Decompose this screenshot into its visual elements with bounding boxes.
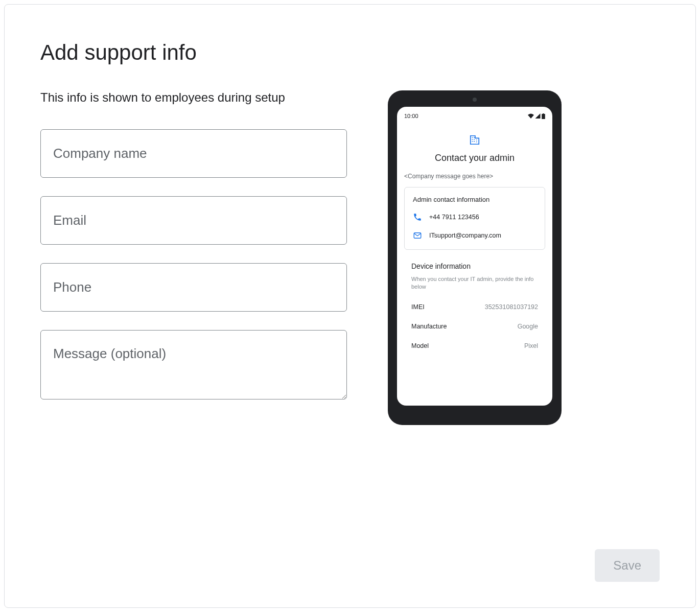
- signal-icon: [535, 113, 541, 119]
- page-subtitle: This info is shown to employees during s…: [40, 90, 347, 105]
- phone-camera-icon: [473, 98, 477, 102]
- phone-input[interactable]: [40, 263, 347, 312]
- battery-icon: [542, 113, 545, 119]
- mail-icon: [413, 231, 422, 240]
- device-row: IMEI 352531081037192: [404, 303, 545, 311]
- device-label: Model: [411, 342, 429, 349]
- preview-message-placeholder: <Company message goes here>: [404, 173, 545, 180]
- wifi-icon: [528, 113, 534, 119]
- device-info-subtitle: When you contact your IT admin, provide …: [404, 275, 545, 291]
- svg-rect-1: [543, 113, 544, 114]
- status-bar: 10:00: [404, 113, 545, 119]
- contact-row-phone: +44 7911 123456: [413, 213, 536, 222]
- device-row: Model Pixel: [404, 342, 545, 349]
- content-row: This info is shown to employees during s…: [40, 90, 660, 425]
- device-info-title: Device information: [404, 262, 545, 270]
- device-value: 352531081037192: [485, 303, 538, 311]
- building-icon: [404, 134, 545, 146]
- contact-row-email: ITsupport@company.com: [413, 231, 536, 240]
- phone-screen: 10:00: [397, 107, 552, 406]
- preview-column: 10:00: [388, 90, 562, 425]
- device-row: Manufacture Google: [404, 323, 545, 330]
- device-label: IMEI: [411, 303, 425, 311]
- contact-email-value: ITsupport@company.com: [429, 232, 501, 239]
- admin-contact-box: Admin contact information +44 7911 12345…: [404, 187, 545, 250]
- phone-frame: 10:00: [388, 90, 562, 425]
- page-title: Add support info: [40, 40, 660, 65]
- status-icons-group: [528, 113, 545, 119]
- status-time: 10:00: [404, 113, 418, 119]
- support-info-card: Add support info This info is shown to e…: [4, 4, 696, 608]
- svg-rect-0: [542, 114, 545, 119]
- phone-icon: [413, 213, 422, 222]
- preview-heading: Contact your admin: [404, 153, 545, 163]
- company-name-input[interactable]: [40, 129, 347, 178]
- device-label: Manufacture: [411, 323, 447, 330]
- device-value: Pixel: [524, 342, 538, 349]
- admin-box-title: Admin contact information: [413, 196, 536, 203]
- email-input[interactable]: [40, 196, 347, 245]
- form-column: This info is shown to employees during s…: [40, 90, 347, 425]
- contact-phone-value: +44 7911 123456: [429, 214, 479, 221]
- device-value: Google: [518, 323, 538, 330]
- message-textarea[interactable]: [40, 330, 347, 399]
- save-button[interactable]: Save: [595, 549, 660, 582]
